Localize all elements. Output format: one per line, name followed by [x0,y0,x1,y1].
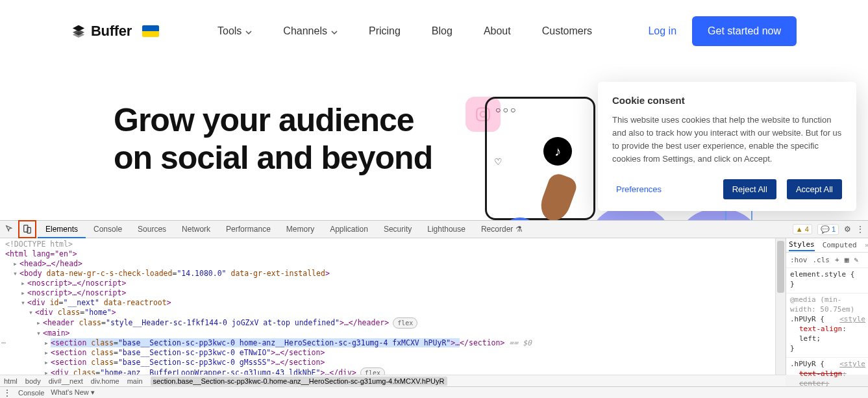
nav-blog[interactable]: Blog [432,25,453,37]
nav-tools-label: Tools [217,25,242,37]
disclosure-icon[interactable] [21,288,27,297]
crumb[interactable]: html [4,377,18,385]
dom-line[interactable]: <div class="home"> [5,308,786,317]
tab-lighthouse[interactable]: Lighthouse [419,221,473,238]
disclosure-icon[interactable] [44,368,51,375]
dom-line[interactable]: <main> [5,329,786,338]
nav-right: Log in Get started now [648,16,797,46]
tab-memory[interactable]: Memory [279,221,322,238]
page: Buffer Tools Channels Pricing Blog About… [0,0,868,220]
source-link[interactable]: <style [839,314,865,324]
dom-line[interactable]: <!DOCTYPE html> [5,240,786,249]
tab-security[interactable]: Security [376,221,419,238]
dom-line[interactable]: <div class="home-anz__BufferLoopWrapper-… [5,367,786,375]
login-link[interactable]: Log in [648,25,676,37]
dom-line[interactable]: <div id="__next" data-reactroot> [5,298,786,308]
dom-line[interactable]: <header class="style__Header-sc-1fkf144-… [5,317,786,329]
disclosure-icon[interactable] [29,308,35,317]
scrollbar-thumb[interactable] [777,241,784,293]
message-icon: 💬 [821,225,830,234]
disclosure-icon[interactable] [36,329,43,338]
dom-line[interactable]: <noscript>…</noscript> [5,288,786,298]
tab-sources[interactable]: Sources [130,221,174,238]
disclosure-icon[interactable] [21,298,27,307]
style-rule[interactable]: element.style { } [786,268,868,293]
styles-toolbar: :hov .cls + ▦ ✎ [786,253,868,268]
messages-badge[interactable]: 💬1 [817,224,839,235]
chevron-down-icon: ▾ [91,388,95,396]
dom-line[interactable]: <noscript>…</noscript> [5,279,786,288]
dom-tree[interactable]: <!DOCTYPE html> <html lang="en"> <head>…… [0,238,786,375]
drawer-tab-console[interactable]: Console [18,389,44,397]
tab-elements[interactable]: Elements [38,221,86,238]
tab-recorder[interactable]: Recorder ⚗ [473,221,530,238]
style-rule[interactable]: @media (min-width: 50.75em) .hPUyR {<sty… [786,293,868,358]
disclosure-icon[interactable] [36,318,43,327]
hero-line-1: Grow your audience [114,102,414,138]
get-started-button[interactable]: Get started now [692,16,797,46]
nav-tools[interactable]: Tools [217,25,252,37]
computed-tab[interactable]: Computed [823,240,857,250]
disclosure-icon[interactable] [21,279,27,288]
dom-line[interactable]: <section class="base__Section-sc-pp3kwc-… [5,358,786,367]
nav-about[interactable]: About [484,25,511,37]
dom-line[interactable]: <section class="base__Section-sc-pp3kwc-… [5,348,786,358]
hov-toggle[interactable]: :hov [790,255,808,265]
kebab-icon[interactable]: ⋮ [856,225,864,234]
crumb[interactable]: body [25,377,41,385]
media-query: @media (min-width: 50.75em) [790,295,865,314]
styles-tabs: Styles Computed » [786,238,868,253]
dom-line-selected[interactable]: ⋯<section class="base__Section-sc-pp3kwc… [5,338,786,348]
crumb[interactable]: div.home [91,377,119,385]
tab-console[interactable]: Console [86,221,130,238]
crumb[interactable]: div#__next [49,377,83,385]
brush-icon[interactable]: ✎ [854,255,858,265]
flex-badge[interactable]: flex [393,317,417,329]
tab-performance[interactable]: Performance [218,221,279,238]
logo[interactable]: Buffer [71,23,159,40]
styles-pane: Styles Computed » :hov .cls + ▦ ✎ elemen… [786,238,868,375]
devtools-right: ▲4 💬1 ⚙ ⋮ [793,224,868,235]
styles-tab[interactable]: Styles [789,240,815,251]
kebab-icon[interactable]: ⋮ [3,388,12,397]
cls-toggle[interactable]: .cls [813,255,830,265]
hero-line-2: on social and beyond [114,140,432,176]
warnings-count: 4 [805,225,809,233]
tab-network[interactable]: Network [174,221,218,238]
cookie-body: This website uses cookies that help the … [612,114,842,166]
disclosure-icon[interactable] [44,358,51,367]
tab-application[interactable]: Application [322,221,376,238]
buffer-logo-icon [71,24,86,38]
drawer-tab-whatsnew[interactable]: What's New ▾ [51,388,94,397]
messages-count: 1 [832,225,836,233]
cookie-accept-button[interactable]: Accept All [787,179,842,199]
beaker-icon: ⚗ [515,225,523,234]
dom-line[interactable]: <html lang="en"> [5,249,786,259]
device-toolbar-button[interactable] [18,220,36,238]
dom-line[interactable]: <body data-new-gr-c-s-check-loaded="14.1… [5,269,786,279]
disclosure-icon[interactable] [13,269,19,278]
dom-line[interactable]: <head>…</head> [5,259,786,269]
more-icon[interactable]: » [865,240,868,250]
gear-icon[interactable]: ⚙ [844,225,851,234]
cookie-preferences-link[interactable]: Preferences [616,184,662,194]
nav-channels[interactable]: Channels [283,25,338,37]
crumb[interactable]: main [127,377,143,385]
disclosure-icon[interactable] [44,348,51,357]
add-rule-button[interactable]: + [835,255,839,265]
inspect-icon[interactable] [3,222,17,236]
disclosure-icon[interactable] [13,259,19,268]
brace: } [790,279,865,289]
nav-pricing[interactable]: Pricing [369,25,401,37]
scrollbar[interactable] [775,238,786,375]
crumb-active[interactable]: section.base__Section-sc-pp3kwc-0.home-a… [151,377,447,386]
flex-badge[interactable]: flex [360,367,385,375]
devtools-tabbar: Elements Console Sources Network Perform… [0,221,868,238]
cookie-title: Cookie consent [612,95,842,106]
cookie-reject-button[interactable]: Reject All [723,179,776,199]
warnings-badge[interactable]: ▲4 [793,224,812,234]
source-link[interactable]: <style [839,359,865,369]
disclosure-icon[interactable] [44,338,51,347]
layout-icon[interactable]: ▦ [845,255,849,265]
nav-customers[interactable]: Customers [542,25,592,37]
